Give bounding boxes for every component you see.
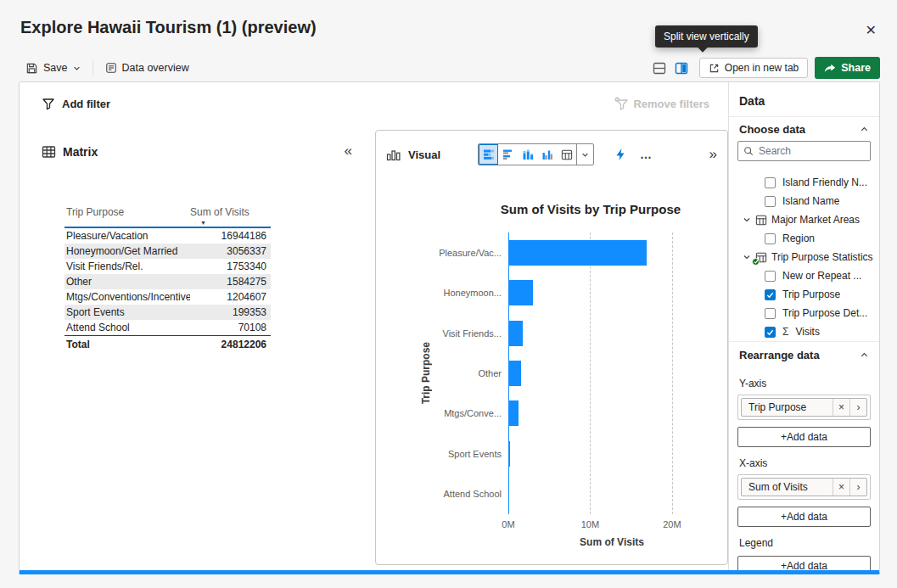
expand-field-button[interactable]: › (849, 479, 866, 496)
table-row[interactable]: Attend School70108 (64, 320, 271, 335)
checkbox[interactable] (765, 289, 776, 300)
add-filter-button[interactable]: Add filter (42, 97, 110, 110)
field-item[interactable]: ΣVisits (729, 322, 879, 341)
bar[interactable] (508, 400, 519, 426)
data-overview-button[interactable]: Data overview (105, 62, 189, 74)
search-icon (743, 146, 754, 156)
toolbar-divider (93, 60, 93, 76)
field-item[interactable]: New or Repeat ... (729, 266, 879, 285)
checkbox[interactable] (765, 177, 776, 188)
field-item[interactable]: Island Name (729, 192, 879, 210)
stacked-bar-chart-icon[interactable] (479, 144, 498, 165)
checkbox[interactable] (765, 327, 776, 338)
visual-type-selector (478, 143, 594, 165)
field-item[interactable]: Trip Purpose Det... (729, 304, 879, 322)
save-dropdown-button[interactable] (73, 64, 81, 72)
lightning-bolt-icon[interactable] (614, 148, 626, 161)
add-data-button[interactable]: +Add data (737, 556, 871, 570)
field-item[interactable]: Region (729, 229, 879, 248)
visual-panel: Visual … » Sum of Visits by Trip Purpose… (375, 130, 728, 565)
bar[interactable] (508, 240, 647, 266)
field-item[interactable]: Island Friendly N... (729, 173, 879, 192)
table-visual-icon[interactable] (557, 144, 576, 165)
data-overview-label: Data overview (122, 62, 189, 74)
split-view-vertically-button[interactable] (670, 58, 692, 78)
chevron-down-icon (581, 151, 589, 159)
share-button[interactable]: Share (815, 57, 880, 79)
visual-type-dropdown[interactable] (576, 144, 593, 165)
close-icon[interactable]: ✕ (866, 22, 877, 38)
chart-bar-row: Visit Friends... (432, 313, 715, 353)
category-label: Attend School (432, 489, 508, 499)
y-axis-title: Trip Purpose (420, 232, 432, 514)
field-label: Major Market Areas (771, 214, 860, 226)
trip-purpose-cell: Honeymoon/Get Married (64, 244, 190, 259)
checkbox[interactable] (765, 271, 776, 282)
table-icon (755, 215, 767, 226)
chart-bar-row: Mtgs/Conve... (432, 394, 715, 434)
table-row[interactable]: Visit Friends/Rel.1753340 (64, 259, 271, 274)
save-icon (25, 62, 38, 75)
matrix-panel: Matrix « Trip Purpose Sum of Visits ▼ Pl… (38, 143, 359, 352)
bar[interactable] (508, 321, 523, 346)
trip-purpose-cell: Visit Friends/Rel. (64, 259, 190, 274)
split-vertical-icon (675, 62, 688, 75)
column-header-trip-purpose[interactable]: Trip Purpose (64, 204, 190, 227)
bar[interactable] (508, 280, 533, 305)
field-pill[interactable]: Sum of Visits×› (741, 478, 867, 496)
clustered-bar-chart-icon[interactable] (498, 144, 518, 165)
sum-of-visits-cell: 3056337 (190, 244, 271, 259)
open-in-new-tab-icon (709, 63, 720, 74)
collapse-panel-icon[interactable]: « (345, 143, 352, 159)
total-label: Total (64, 336, 190, 352)
visual-panel-title: Visual (408, 148, 440, 161)
share-label: Share (841, 62, 871, 74)
save-button[interactable]: Save (25, 62, 68, 75)
table-row[interactable]: Sport Events199353 (64, 305, 271, 320)
remove-field-button[interactable]: × (833, 479, 849, 496)
expand-panel-icon[interactable]: » (709, 146, 717, 163)
open-in-new-tab-button[interactable]: Open in new tab (699, 58, 808, 78)
add-data-button[interactable]: +Add data (737, 507, 871, 527)
trip-purpose-cell: Other (64, 274, 190, 289)
checkbox[interactable] (765, 196, 776, 207)
field-item[interactable]: Trip Purpose (729, 285, 879, 304)
checkbox[interactable] (765, 233, 776, 244)
field-item[interactable]: Major Market Areas (729, 210, 879, 229)
chevron-up-icon (860, 350, 869, 360)
search-input[interactable] (759, 145, 865, 157)
bar[interactable] (508, 441, 510, 467)
well-label: X-axis (739, 457, 869, 469)
table-row[interactable]: Other1584275 (64, 274, 271, 289)
bar[interactable] (508, 481, 509, 507)
choose-data-section-header[interactable]: Choose data (729, 117, 879, 141)
stacked-column-chart-icon[interactable] (518, 144, 537, 165)
toolbar: Save Data overview Open in new tab (0, 54, 897, 81)
matrix-total-row: Total 24812206 (64, 335, 271, 352)
expand-field-button[interactable]: › (849, 399, 866, 416)
column-header-sum-of-visits[interactable]: Sum of Visits ▼ (190, 204, 271, 227)
field-item[interactable]: Trip Purpose Statistics (729, 248, 879, 266)
table-row[interactable]: Honeymoon/Get Married3056337 (64, 244, 271, 259)
trip-purpose-cell: Attend School (64, 320, 190, 335)
chevron-down-icon[interactable] (743, 253, 751, 261)
sum-of-visits-cell: 1204607 (190, 289, 271, 305)
add-filter-label: Add filter (62, 98, 110, 110)
split-view-horizontally-button[interactable] (648, 58, 670, 78)
remove-field-button[interactable]: × (833, 399, 849, 416)
more-options-button[interactable]: … (640, 148, 653, 161)
pill-label: Sum of Visits (742, 481, 833, 493)
table-row[interactable]: Mtgs/Conventions/Incentive1204607 (64, 289, 271, 305)
checkbox[interactable] (765, 308, 776, 319)
rearrange-data-section-header[interactable]: Rearrange data (729, 342, 879, 367)
wells: Y-axisTrip Purpose×›+Add dataX-axisSum o… (729, 378, 879, 570)
table-row[interactable]: Pleasure/Vacation16944186 (64, 228, 271, 244)
chevron-down-icon[interactable] (743, 216, 751, 224)
clustered-column-chart-icon[interactable] (537, 144, 557, 165)
bar[interactable] (508, 361, 521, 386)
search-box[interactable] (737, 141, 871, 161)
chevron-up-icon (860, 125, 869, 134)
field-label: New or Repeat ... (782, 270, 861, 282)
add-data-button[interactable]: +Add data (737, 427, 871, 447)
field-pill[interactable]: Trip Purpose×› (741, 398, 867, 417)
